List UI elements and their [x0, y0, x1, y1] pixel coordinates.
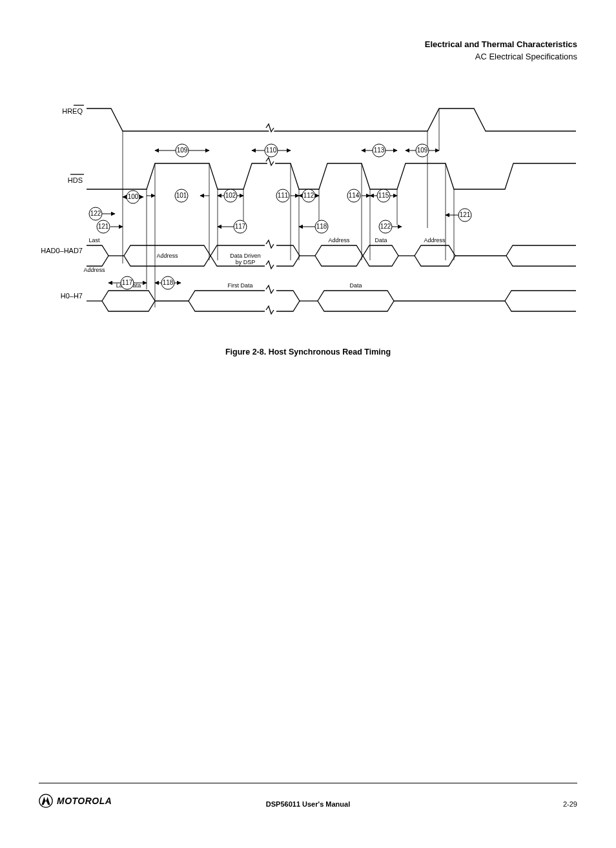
svg-text:100: 100 — [128, 193, 139, 200]
wave-hreq — [87, 109, 576, 132]
had-datadriven2: by DSP — [236, 259, 256, 265]
svg-text:102: 102 — [225, 192, 236, 199]
footer-rule — [39, 783, 577, 783]
timing-122a: 122 — [89, 207, 115, 220]
page-header: Electrical and Thermal Characteristics A… — [39, 39, 577, 63]
svg-text:117: 117 — [235, 223, 246, 230]
timing-113: 113 — [362, 144, 397, 157]
timing-121a: 121 — [97, 220, 123, 233]
figure-caption: Figure 2-8. Host Synchronous Read Timing — [39, 347, 577, 357]
svg-text:110: 110 — [266, 147, 277, 154]
timing-111: 111 — [276, 189, 299, 202]
had-lastaddr-bot: Address — [83, 267, 105, 273]
timing-109: 109 — [155, 144, 209, 157]
had-address3: Address — [424, 237, 446, 243]
had-address2: Address — [328, 237, 350, 243]
had-data: Data — [375, 237, 387, 243]
svg-text:113: 113 — [374, 147, 385, 154]
svg-text:109: 109 — [417, 147, 428, 154]
svg-text:112: 112 — [303, 192, 314, 199]
timing-118b: 118 — [155, 276, 181, 289]
page-footer: MOTOROLA DSP56011 User's Manual 2-29 — [39, 794, 577, 808]
svg-text:117: 117 — [122, 279, 133, 286]
timing-figure: HREQ HDS HAD0–HAD7 H0–H7 — [39, 96, 577, 357]
timing-122b: 122 — [379, 220, 402, 233]
guide-lines — [123, 109, 454, 307]
timing-112: 112 — [299, 189, 319, 202]
timing-114: 114 — [347, 189, 370, 202]
timing-115: 115 — [370, 189, 397, 202]
timing-109b: 109 — [406, 144, 439, 157]
label-hreq: HREQ — [62, 107, 83, 115]
timing-101: 101 — [147, 189, 209, 202]
timing-110: 110 — [252, 144, 291, 157]
wave-hds — [87, 158, 576, 189]
svg-text:114: 114 — [349, 192, 360, 199]
svg-text:101: 101 — [176, 192, 187, 199]
timing-118: 118 — [299, 220, 328, 233]
hdata-first: First Data — [227, 282, 252, 289]
svg-text:109: 109 — [177, 147, 188, 154]
svg-text:118: 118 — [163, 279, 174, 286]
svg-text:122: 122 — [380, 223, 391, 230]
svg-text:118: 118 — [316, 223, 327, 230]
svg-text:121: 121 — [98, 223, 109, 230]
label-hdata: H0–H7 — [61, 292, 83, 300]
timing-102: 102 — [218, 189, 243, 202]
timing-117: 117 — [218, 220, 247, 233]
had-datadriven: Data Driven — [230, 253, 261, 259]
svg-text:111: 111 — [278, 192, 289, 199]
label-hds: HDS — [68, 176, 83, 184]
timing-100: 100 — [123, 191, 143, 203]
svg-text:121: 121 — [460, 211, 471, 218]
hdata-data: Data — [349, 282, 362, 289]
had-lastaddr-top: Last — [88, 237, 100, 243]
label-had: HAD0–HAD7 — [41, 247, 83, 254]
svg-text:115: 115 — [378, 192, 389, 199]
timing-diagram: HREQ HDS HAD0–HAD7 H0–H7 — [39, 96, 577, 341]
footer-center: DSP56011 User's Manual — [39, 800, 577, 808]
header-line1: Electrical and Thermal Characteristics — [39, 39, 577, 51]
timing-121b: 121 — [446, 209, 471, 222]
svg-text:122: 122 — [90, 210, 101, 217]
had-address1: Address — [156, 253, 178, 259]
header-line2: AC Electrical Specifications — [39, 51, 577, 63]
wave-hdata — [87, 285, 576, 314]
